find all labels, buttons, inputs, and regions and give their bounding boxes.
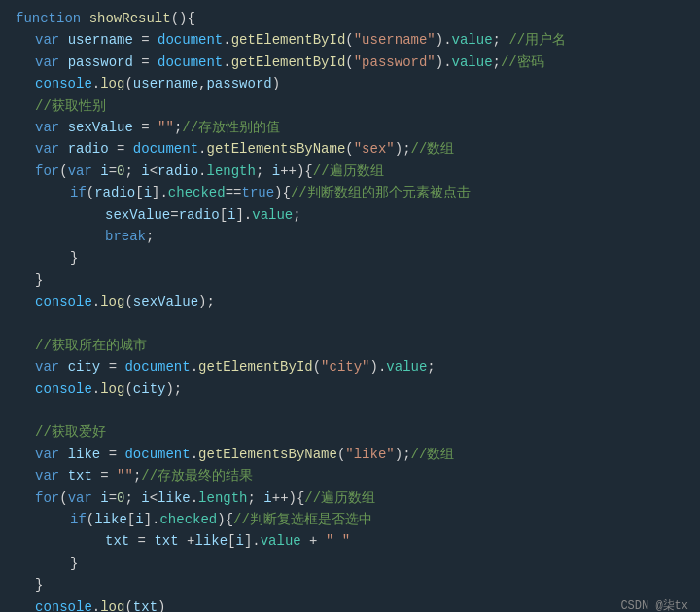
code-token: ).: [436, 29, 452, 51]
code-token: i: [100, 487, 108, 509]
code-token: value: [386, 356, 427, 378]
code-token: sexValue: [133, 291, 198, 312]
code-token: (: [345, 138, 353, 160]
code-token: document: [124, 444, 190, 465]
code-token: i: [144, 182, 152, 203]
code-token: for: [35, 161, 59, 182]
code-token: txt: [154, 530, 178, 552]
code-token: //判断复选框是否选中: [233, 509, 372, 530]
code-token: i: [228, 204, 235, 226]
code-token: log: [100, 73, 124, 94]
code-line: console.log(sexValue);: [0, 291, 700, 312]
code-token: =: [133, 29, 158, 51]
code-token: getElementById: [231, 29, 346, 51]
code-token: like: [94, 509, 127, 530]
code-token: (: [87, 182, 94, 203]
code-token: value: [452, 29, 493, 51]
code-line: sexValue=radio[i].value;: [0, 204, 700, 226]
code-token: =: [133, 52, 158, 73]
code-token: //密码: [501, 52, 544, 73]
code-token: =: [92, 465, 117, 486]
code-token: ++){: [280, 161, 313, 182]
code-token: console: [35, 73, 92, 94]
code-token: i: [100, 161, 108, 182]
code-token: ;: [493, 29, 509, 51]
code-token: .: [92, 73, 100, 94]
code-token: ++){: [272, 487, 305, 509]
code-token: );: [395, 138, 411, 160]
code-token: "password": [354, 52, 436, 73]
code-token: ].: [235, 204, 252, 226]
code-token: log: [100, 378, 124, 400]
code-token: (: [345, 29, 353, 51]
code-token: //用户名: [508, 29, 566, 51]
code-token: }: [70, 247, 78, 269]
code-token: [59, 138, 67, 160]
code-token: if: [70, 182, 87, 203]
code-token: [: [135, 182, 143, 203]
code-token: break: [105, 226, 146, 247]
code-token: .: [223, 52, 230, 73]
code-token: [59, 465, 67, 486]
code-token: ){: [217, 509, 233, 530]
code-token: var: [35, 117, 59, 138]
code-token: 0: [117, 487, 124, 509]
code-token: function: [16, 8, 81, 29]
code-line: for(var i=0; i<like.length; i++){//遍历数组: [0, 487, 700, 509]
code-token: ;: [248, 487, 264, 509]
code-line: var password = document.getElementById("…: [0, 52, 700, 73]
code-token: (: [59, 161, 67, 182]
code-token: i: [141, 487, 149, 509]
code-token: var: [35, 52, 59, 73]
code-token: city: [68, 356, 101, 378]
code-token: var: [35, 356, 59, 378]
code-token: //获取所在的城市: [35, 335, 147, 356]
code-line: var sexValue = "";//存放性别的值: [0, 117, 700, 138]
code-token: ,: [198, 73, 206, 94]
code-token: [: [220, 204, 228, 226]
code-token: length: [207, 161, 256, 182]
code-token: //获取性别: [35, 95, 106, 117]
code-token: (: [313, 356, 321, 378]
code-token: like: [158, 487, 191, 509]
code-line: if(radio[i].checked==true){//判断数组的那个元素被点…: [0, 182, 700, 203]
code-token: .: [191, 444, 198, 465]
code-token: var: [35, 465, 59, 486]
code-token: ;: [256, 161, 272, 182]
code-token: password: [68, 52, 133, 73]
code-token: ].: [244, 530, 261, 552]
code-token: var: [35, 444, 59, 465]
code-line: //获取所在的城市: [0, 335, 700, 356]
code-token: }: [35, 270, 43, 291]
code-token: }: [35, 574, 43, 595]
code-token: ): [272, 73, 280, 94]
code-token: ;: [146, 226, 154, 247]
code-token: =: [170, 204, 178, 226]
code-token: (: [124, 73, 132, 94]
code-token: i: [141, 161, 149, 182]
code-token: <: [150, 487, 158, 509]
code-token: document: [158, 29, 223, 51]
code-line: break;: [0, 226, 700, 247]
code-token: =: [129, 530, 154, 552]
code-token: =: [133, 117, 158, 138]
code-token: showResult: [89, 8, 171, 29]
code-token: radio: [158, 161, 198, 182]
code-token: =: [109, 138, 133, 160]
code-line: for(var i=0; i<radio.length; i++){//遍历数组: [0, 161, 700, 182]
code-token: "username": [354, 29, 436, 51]
code-token: var: [68, 487, 92, 509]
code-token: username: [133, 73, 198, 94]
code-token: (){: [171, 8, 195, 29]
code-token: checked: [159, 509, 217, 530]
code-token: (: [124, 596, 132, 612]
code-token: <: [150, 161, 158, 182]
code-token: =: [100, 444, 124, 465]
code-line: //获取爱好: [0, 421, 700, 443]
code-token: ;: [124, 161, 141, 182]
code-token: radio: [179, 204, 220, 226]
code-token: "sex": [354, 138, 395, 160]
code-token: );: [165, 378, 182, 400]
code-token: var: [35, 138, 59, 160]
code-token: value: [252, 204, 293, 226]
